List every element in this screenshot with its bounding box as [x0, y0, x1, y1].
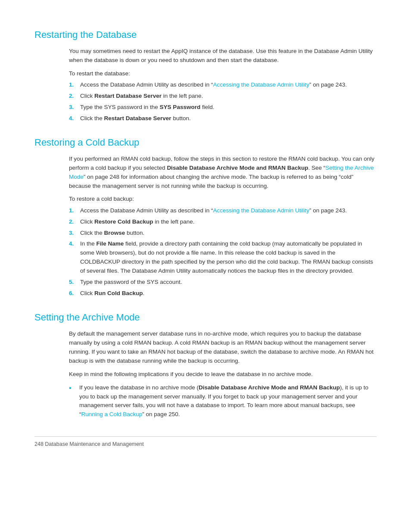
step-content: Type the password of the SYS account. [80, 278, 377, 287]
footer-text: 248 Database Maintenance and Management [34, 441, 144, 447]
step-number: 3. [69, 229, 78, 238]
section2-step-5: 5. Type the password of the SYS account. [69, 278, 377, 287]
step-content: Click the Browse button. [80, 229, 377, 238]
step-content: Click Restart Database Server in the lef… [80, 92, 377, 101]
section-setting-archive-mode: Setting the Archive Mode By default the … [34, 310, 377, 419]
page-container: Restarting the Database You may sometime… [0, 0, 411, 474]
step-number: 2. [69, 92, 78, 101]
bullet-content: If you leave the database in no archive … [79, 383, 377, 420]
bold-restart-database-server: Restart Database Server [94, 93, 162, 99]
section-title-restoring: Restoring a Cold Backup [34, 135, 377, 149]
section-title-archive: Setting the Archive Mode [34, 310, 377, 324]
section3-intro2: Keep in mind the following implications … [69, 370, 377, 379]
step-number: 1. [69, 206, 78, 215]
section3-bullet-1: • If you leave the database in no archiv… [69, 383, 377, 420]
step-content: Access the Database Admin Utility as des… [80, 81, 377, 90]
bullet-icon: • [69, 383, 77, 420]
step-content: Type the SYS password in the SYS Passwor… [80, 103, 377, 112]
step-number: 4. [69, 114, 78, 123]
step-number: 6. [69, 289, 78, 298]
section3-intro: By default the management server databas… [69, 330, 377, 366]
section-title-restarting: Restarting the Database [34, 28, 377, 42]
section1-step-intro: To restart the database: [69, 69, 377, 78]
link-accessing-db-admin-1[interactable]: Accessing the Database Admin Utility [213, 81, 309, 88]
section1-step-4: 4. Click the Restart Database Server but… [69, 114, 377, 123]
bold-browse-btn: Browse [104, 230, 125, 236]
bold-file-name: File Name [97, 240, 124, 247]
section1-steps: 1. Access the Database Admin Utility as … [69, 81, 377, 123]
step-number: 5. [69, 278, 78, 287]
section2-step-intro: To restore a cold backup: [69, 195, 377, 203]
section1-step-1: 1. Access the Database Admin Utility as … [69, 81, 377, 90]
section2-steps: 1. Access the Database Admin Utility as … [69, 206, 377, 298]
section-restoring-cold-backup: Restoring a Cold Backup If you performed… [34, 135, 377, 298]
section3-bullets: • If you leave the database in no archiv… [69, 383, 377, 420]
bold-disable-archive: Disable Database Archive Mode and RMAN B… [167, 165, 308, 171]
step-number: 1. [69, 81, 78, 90]
step-content: Click the Restart Database Server button… [80, 114, 377, 123]
step-number: 2. [69, 218, 78, 227]
section2-step-2: 2. Click Restore Cold Backup in the left… [69, 218, 377, 227]
link-running-cold-backup[interactable]: Running a Cold Backup [81, 411, 143, 417]
step-content: Click Run Cold Backup. [80, 289, 377, 298]
step-content: Click Restore Cold Backup in the left pa… [80, 218, 377, 227]
link-accessing-db-admin-2[interactable]: Accessing the Database Admin Utility [213, 207, 309, 214]
section2-step-3: 3. Click the Browse button. [69, 229, 377, 238]
section1-intro: You may sometimes need to restart the Ap… [69, 47, 377, 65]
section2-step-6: 6. Click Run Cold Backup. [69, 289, 377, 298]
section1-step-3: 3. Type the SYS password in the SYS Pass… [69, 103, 377, 112]
bold-sys-password: SYS Password [160, 104, 201, 110]
section2-step-1: 1. Access the Database Admin Utility as … [69, 206, 377, 215]
bold-restore-cold-backup: Restore Cold Backup [94, 218, 153, 225]
bold-run-cold-backup: Run Cold Backup [94, 290, 143, 296]
step-number: 4. [69, 240, 78, 276]
step-content: In the File Name field, provide a direct… [80, 240, 377, 276]
section-restarting-database: Restarting the Database You may sometime… [34, 28, 377, 123]
step-content: Access the Database Admin Utility as des… [80, 206, 377, 215]
step-number: 3. [69, 103, 78, 112]
bold-disable-archive-mode: Disable Database Archive Mode and RMAN B… [199, 384, 340, 391]
section2-intro: If you performed an RMAN cold backup, fo… [69, 155, 377, 191]
section2-step-4: 4. In the File Name field, provide a dir… [69, 240, 377, 276]
page-footer: 248 Database Maintenance and Management [34, 436, 377, 448]
section1-step-2: 2. Click Restart Database Server in the … [69, 92, 377, 101]
bold-restart-database-server-btn: Restart Database Server [104, 115, 171, 121]
